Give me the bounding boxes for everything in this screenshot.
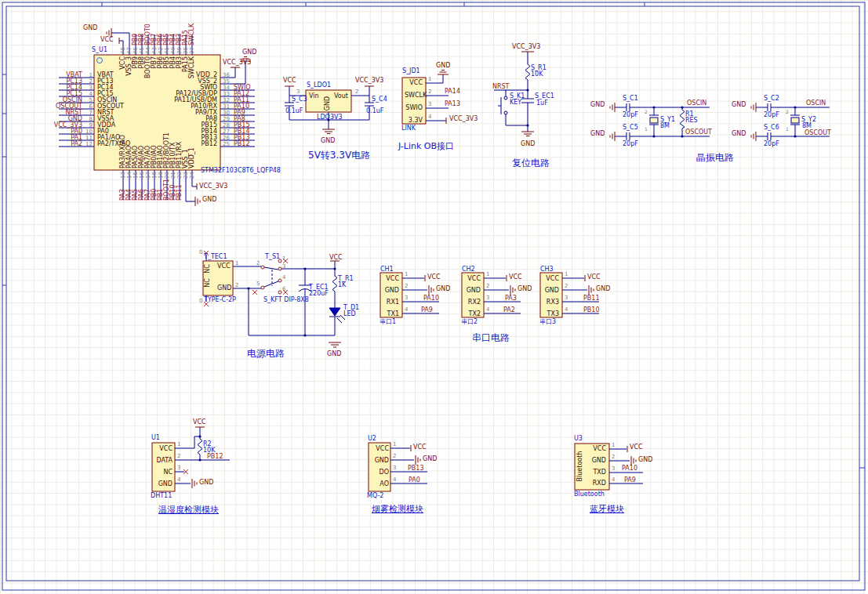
dht-designator[interactable]: U1 (151, 435, 160, 441)
jlink-designator[interactable]: S_JD1 (402, 68, 420, 74)
pin-row[interactable]: VCC_3V3 9 (35, 122, 93, 129)
res-value[interactable]: 1K (338, 282, 346, 288)
ch3-designator[interactable]: CH3 (540, 266, 554, 273)
section-title-dht[interactable]: 温湿度检测模块 (158, 505, 219, 515)
cap-designator[interactable]: S_C2 (764, 96, 779, 102)
ch1-designator[interactable]: CH1 (380, 266, 394, 273)
net-label[interactable]: PA10 (423, 295, 439, 302)
mcu-right-pin-rows[interactable]: 36 35 34 SWIO 33 PA12 32 PA11 31 PA10 30… (223, 72, 278, 147)
net-label[interactable]: PA2 (35, 141, 82, 147)
switch-contacts[interactable] (261, 259, 281, 294)
net-label[interactable] (189, 177, 195, 201)
section-title-uart[interactable]: 串口电路 (472, 333, 510, 343)
oscout-net-label[interactable]: OSCOUT (685, 129, 712, 136)
mq-part-label[interactable]: MQ-2 (367, 493, 383, 499)
gnd-net-label[interactable]: GND (638, 457, 652, 463)
ldo-part-label[interactable]: LDO3V3 (317, 114, 343, 121)
net-label[interactable]: PA9 (421, 307, 433, 313)
pin-row[interactable]: 30 PA9 (223, 110, 278, 116)
net-label[interactable]: PB11 (176, 177, 183, 201)
nrst-net-label[interactable]: NRST (492, 84, 510, 90)
net-col[interactable] (183, 177, 189, 201)
led-value[interactable]: LED (343, 311, 356, 317)
pin-row[interactable]: PC14 3 (35, 85, 93, 91)
vcc-net-label[interactable]: VCC (587, 274, 601, 281)
vcc-net-label[interactable]: VCC (427, 274, 441, 281)
vcc-net-label[interactable]: VCC (329, 255, 343, 261)
res-value[interactable]: RES (685, 118, 698, 124)
section-title-reset[interactable]: 复位电路 (512, 158, 550, 168)
cap-value[interactable]: 1uF (536, 100, 548, 107)
vcc-net-label[interactable]: VCC (100, 37, 114, 43)
mcu-designator[interactable]: S_U1 (92, 47, 107, 53)
net-col[interactable] (189, 177, 195, 201)
pin-row[interactable]: 26 PB13 (223, 135, 278, 141)
net-label[interactable] (183, 177, 189, 201)
net-label[interactable]: PA9 (624, 477, 636, 484)
net-label[interactable] (120, 11, 126, 45)
pin-row[interactable]: OSCOUT 6 (35, 103, 93, 110)
oscin-net-label[interactable]: OSCIN (687, 100, 706, 107)
vcc-net-label[interactable]: VCC (630, 444, 643, 451)
section-title-xtal[interactable]: 晶振电路 (696, 153, 734, 163)
net-label[interactable]: PA0 (409, 477, 420, 484)
section-title-power[interactable]: 电源电路 (247, 349, 285, 359)
cap-value[interactable]: 0.1uF (285, 108, 303, 114)
mcu-top-net-labels[interactable]: PB9PB8BOOT0PB7PB6PB5PB4PB3PA15SWCLK (120, 11, 195, 45)
gnd-net-label[interactable]: GND (202, 197, 216, 203)
oscout-net-label[interactable]: OSCOUT (804, 130, 831, 136)
crystal-value[interactable]: 8M (802, 123, 812, 129)
cap-value[interactable]: 220uF (309, 291, 329, 297)
vcc3v3-net-label[interactable]: VCC_3V3 (199, 183, 227, 190)
typec-part-label[interactable]: TYPE-C-2P (204, 297, 236, 303)
bt-part-label[interactable]: Bluetooth (574, 491, 605, 498)
cap-designator[interactable]: S_C4 (372, 96, 387, 103)
cap-value[interactable]: 0.1uF (366, 108, 383, 114)
cap-designator[interactable]: S_C5 (623, 125, 638, 131)
net-col[interactable]: SWCLK (189, 11, 195, 45)
gnd-net-label[interactable]: GND (423, 456, 437, 462)
pin-row[interactable]: PA1 11 (35, 135, 93, 141)
vcc-net-label[interactable]: VCC (283, 78, 296, 84)
oscin-net-label[interactable]: OSCIN (806, 100, 826, 107)
net-label[interactable]: SWCLK (189, 11, 195, 45)
ldo-designator[interactable]: S_LDO1 (307, 82, 331, 89)
cap-value[interactable]: 20pF (623, 112, 638, 118)
cap-designator[interactable]: S_C3 (292, 96, 307, 103)
ch3-part-label[interactable]: 串口3 (539, 319, 556, 325)
net-label[interactable]: PA3 (505, 295, 517, 302)
cap-designator[interactable]: S_C1 (623, 96, 638, 102)
gnd-net-label[interactable]: GND (590, 131, 605, 137)
section-title-bt[interactable]: 蓝牙模块 (590, 504, 624, 514)
dht-part-label[interactable]: DHT11 (151, 493, 172, 499)
gnd-net-label[interactable]: GND (321, 138, 335, 144)
net-label[interactable]: PA14 (445, 89, 460, 95)
gnd-net-label[interactable]: GND (518, 286, 532, 292)
switch-part-label[interactable]: S_KFT DIP-8X8 (263, 297, 309, 303)
net-col[interactable] (120, 11, 126, 45)
gnd-net-label[interactable]: GND (83, 25, 97, 31)
cap-designator[interactable]: S_C6 (764, 125, 779, 131)
vcc3v3-net-label[interactable]: VCC_3V3 (355, 78, 383, 84)
vcc-net-label[interactable]: VCC (509, 274, 522, 281)
gnd-net-label[interactable]: GND (732, 131, 746, 137)
pin-row[interactable]: 25 PB12 (223, 141, 278, 147)
cap-designator[interactable]: S_EC1 (535, 93, 554, 100)
pin-row[interactable]: 29 PA8 (223, 116, 278, 122)
mcu-part-label[interactable]: STM32F103C8T6_LQFP48 (201, 168, 281, 174)
net-label[interactable]: PB11 (583, 295, 600, 302)
pin-row[interactable]: NRST 7 (35, 110, 93, 116)
pin-row[interactable]: 36 (223, 72, 278, 78)
switch-designator[interactable]: T_S1 (265, 254, 280, 260)
gnd-net-label[interactable]: GND (596, 286, 610, 292)
pin-row[interactable]: 27 PB14 (223, 129, 278, 135)
vcc3v3-net-label[interactable]: VCC_3V3 (449, 116, 478, 122)
gnd-net-label[interactable]: GND (521, 141, 535, 147)
vcc3v3-net-label[interactable]: VCC_3V3 (512, 44, 540, 50)
cap-value[interactable]: 20pF (764, 141, 779, 147)
mcu-bottom-net-labels[interactable]: PA3PA4PA5PA6PA7PB0PB1BOOT1PB10PB11 (120, 177, 195, 201)
ch1-part-label[interactable]: 串口1 (380, 319, 396, 325)
section-title-mq[interactable]: 烟雾检测模块 (372, 504, 423, 514)
bt-designator[interactable]: U3 (574, 436, 583, 442)
res-value[interactable]: 10K (531, 71, 543, 78)
